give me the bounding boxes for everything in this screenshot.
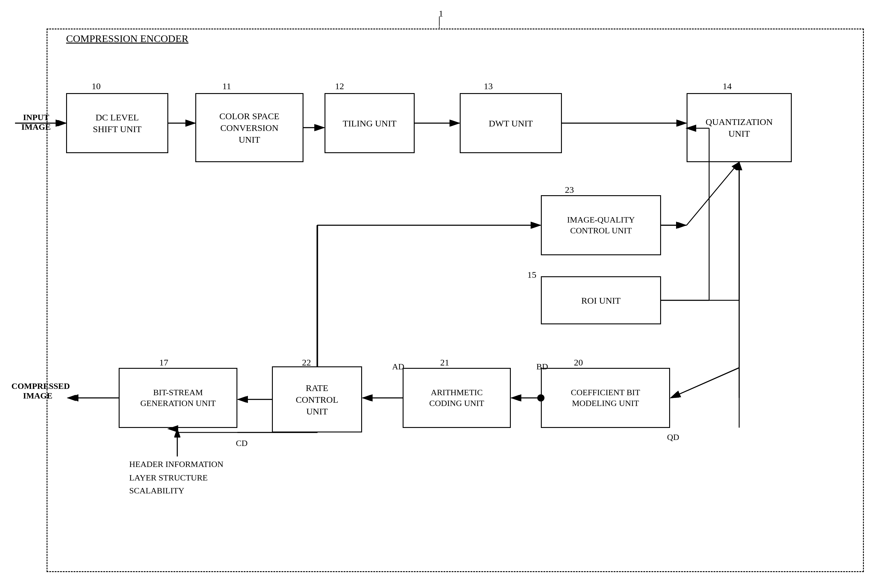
main-arrows-svg [0, 0, 884, 588]
svg-line-36 [671, 368, 739, 398]
diagram-container: 1 COMPRESSION ENCODER 10 DC LEVELSHIFT U… [0, 0, 884, 588]
